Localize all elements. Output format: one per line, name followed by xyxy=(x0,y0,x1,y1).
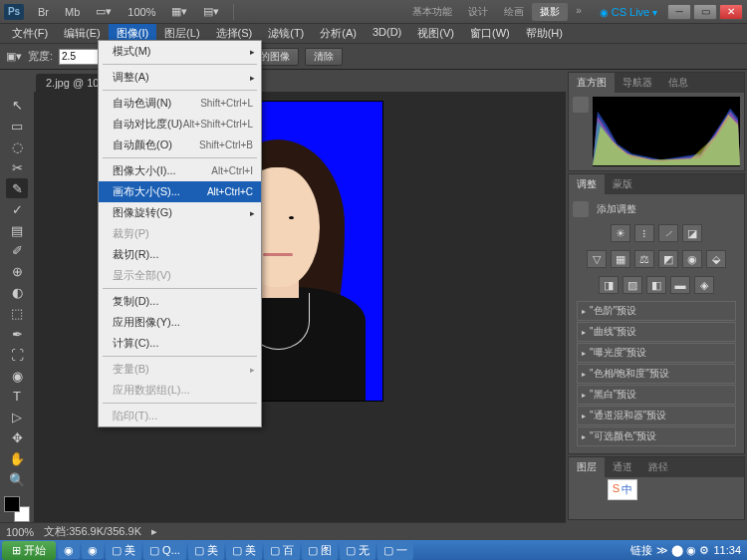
history-brush-tool[interactable]: ◐ xyxy=(6,283,28,303)
menu-help[interactable]: 帮助(H) xyxy=(518,24,571,43)
zoom-tool[interactable]: 🔍 xyxy=(6,469,28,489)
close-button[interactable]: ✕ xyxy=(719,4,743,20)
brush-tool[interactable]: ✐ xyxy=(6,241,28,261)
tab-channels[interactable]: 通道 xyxy=(605,457,640,477)
menu-item[interactable]: 图像大小(I)...Alt+Ctrl+I xyxy=(99,160,261,181)
minimize-button[interactable]: ─ xyxy=(667,4,691,20)
preset-item[interactable]: "通道混和器"预设 xyxy=(577,406,736,425)
menu-item[interactable]: 自动颜色(O)Shift+Ctrl+B xyxy=(99,135,261,155)
photo-filter-icon[interactable]: ◉ xyxy=(682,250,702,268)
preset-item[interactable]: "色阶"预设 xyxy=(577,301,736,321)
ime-badge[interactable]: S 中 xyxy=(608,479,637,500)
workspace-switcher[interactable]: 基本功能 设计 绘画 摄影 » xyxy=(404,3,590,21)
tab-histogram[interactable]: 直方图 xyxy=(569,73,615,93)
gradient-map-icon[interactable]: ▬ xyxy=(670,276,690,294)
taskbar-item[interactable]: ▢ 美 xyxy=(106,541,141,560)
menu-item[interactable]: 裁切(R)... xyxy=(99,244,261,265)
tray-icons[interactable]: ≫ ⬤ ◉ ⚙ xyxy=(656,544,709,557)
color-swatches[interactable] xyxy=(4,496,30,522)
crop-tool[interactable]: ✎ xyxy=(6,178,28,198)
menu-item[interactable]: 复制(D)... xyxy=(99,291,261,312)
colorbalance-icon[interactable]: ⚖ xyxy=(634,250,654,268)
preset-item[interactable]: "曲线"预设 xyxy=(577,322,736,342)
menu-item[interactable]: 计算(C)... xyxy=(99,333,261,354)
channel-mixer-icon[interactable]: ⬙ xyxy=(706,250,726,268)
preset-item[interactable]: "可选颜色"预设 xyxy=(577,426,736,446)
eyedropper-tool[interactable]: ✓ xyxy=(6,199,28,219)
cslive-link[interactable]: ◉ CS Live ▾ xyxy=(600,6,657,18)
blur-tool[interactable]: ⛶ xyxy=(6,345,28,365)
screen-mode-icon[interactable]: ▭▾ xyxy=(92,3,116,20)
workspace-photography[interactable]: 摄影 xyxy=(532,3,568,21)
workspace-design[interactable]: 设计 xyxy=(460,3,496,21)
threshold-icon[interactable]: ◧ xyxy=(646,276,666,294)
tab-info[interactable]: 信息 xyxy=(660,73,696,93)
clear-button[interactable]: 清除 xyxy=(305,48,343,66)
hand-tool[interactable]: ✋ xyxy=(6,449,28,469)
exposure-icon[interactable]: ◪ xyxy=(682,224,702,242)
taskbar-item[interactable]: ◉ xyxy=(82,542,104,559)
curves-icon[interactable]: ⟋ xyxy=(658,224,678,242)
hue-icon[interactable]: ▦ xyxy=(611,250,630,268)
menu-view[interactable]: 视图(V) xyxy=(409,24,462,43)
gradient-tool[interactable]: ✒ xyxy=(6,324,28,344)
width-input[interactable] xyxy=(59,49,99,65)
start-button[interactable]: ⊞ 开始 xyxy=(2,541,56,560)
tab-layers[interactable]: 图层 xyxy=(569,457,605,477)
menu-item[interactable]: 应用图像(Y)... xyxy=(99,312,261,333)
stamp-tool[interactable]: ⊕ xyxy=(6,262,28,282)
workspace-painting[interactable]: 绘画 xyxy=(496,3,532,21)
tab-paths[interactable]: 路径 xyxy=(640,457,676,477)
preset-item[interactable]: "曝光度"预设 xyxy=(577,343,736,363)
path-tool[interactable]: ▷ xyxy=(6,408,28,427)
menu-item[interactable]: 自动色调(N)Shift+Ctrl+L xyxy=(99,93,261,114)
workspace-more-icon[interactable]: » xyxy=(568,3,590,21)
menu-item[interactable]: 调整(A) xyxy=(99,67,261,88)
status-arrow-icon[interactable]: ▸ xyxy=(151,525,157,538)
arrange-icon[interactable]: ▦▾ xyxy=(167,3,191,20)
tab-masks[interactable]: 蒙版 xyxy=(605,174,640,194)
system-tray[interactable]: 链接 ≫ ⬤ ◉ ⚙ 11:34 xyxy=(626,543,745,558)
menu-item[interactable]: 模式(M) xyxy=(99,41,261,62)
taskbar-item[interactable]: ▢ Q... xyxy=(143,541,186,560)
invert-icon[interactable]: ◨ xyxy=(599,276,619,294)
menu-file[interactable]: 文件(F) xyxy=(4,24,56,43)
posterize-icon[interactable]: ▨ xyxy=(622,276,642,294)
menu-item[interactable]: 画布大小(S)...Alt+Ctrl+C xyxy=(99,181,261,202)
healing-tool[interactable]: ▤ xyxy=(6,220,28,240)
tool-mb[interactable]: Mb xyxy=(61,4,84,20)
brightness-icon[interactable]: ☀ xyxy=(611,224,630,242)
workspace-essentials[interactable]: 基本功能 xyxy=(404,3,460,21)
menu-item[interactable]: 自动对比度(U)Alt+Shift+Ctrl+L xyxy=(99,114,261,135)
eraser-tool[interactable]: ⬚ xyxy=(6,304,28,324)
menu-item[interactable]: 图像旋转(G) xyxy=(99,202,261,223)
vibrance-icon[interactable]: ▽ xyxy=(587,250,607,268)
extras-icon[interactable]: ▤▾ xyxy=(199,3,223,20)
histogram-icon[interactable] xyxy=(573,97,589,113)
bw-icon[interactable]: ◩ xyxy=(658,250,678,268)
status-zoom[interactable]: 100% xyxy=(6,526,34,538)
quick-select-tool[interactable]: ✂ xyxy=(6,158,28,178)
tool-br[interactable]: Br xyxy=(34,4,53,20)
taskbar-item[interactable]: ▢ 美 xyxy=(226,541,262,560)
taskbar-item[interactable]: ▢ 一 xyxy=(377,541,413,560)
type-tool[interactable]: T xyxy=(6,387,28,407)
tab-adjustments[interactable]: 调整 xyxy=(569,174,605,194)
taskbar-item[interactable]: ▢ 无 xyxy=(340,541,375,560)
taskbar-item[interactable]: ▢ 图 xyxy=(302,541,338,560)
taskbar-item[interactable]: ▢ 百 xyxy=(264,541,300,560)
crop-tool-icon[interactable]: ▣▾ xyxy=(6,50,22,63)
maximize-button[interactable]: ▭ xyxy=(693,4,717,20)
menu-analysis[interactable]: 分析(A) xyxy=(312,24,365,43)
marquee-tool[interactable]: ▭ xyxy=(6,117,28,137)
menu-window[interactable]: 窗口(W) xyxy=(462,24,518,43)
lasso-tool[interactable]: ◌ xyxy=(6,138,28,157)
menu-3d[interactable]: 3D(D) xyxy=(365,24,409,43)
dodge-tool[interactable]: ◉ xyxy=(6,366,28,386)
shape-tool[interactable]: ✥ xyxy=(6,428,28,448)
tab-navigator[interactable]: 导航器 xyxy=(615,73,660,93)
menu-filter[interactable]: 滤镜(T) xyxy=(260,24,312,43)
foreground-color[interactable] xyxy=(4,496,20,512)
move-tool[interactable]: ↖ xyxy=(6,96,28,116)
selective-color-icon[interactable]: ◈ xyxy=(694,276,714,294)
